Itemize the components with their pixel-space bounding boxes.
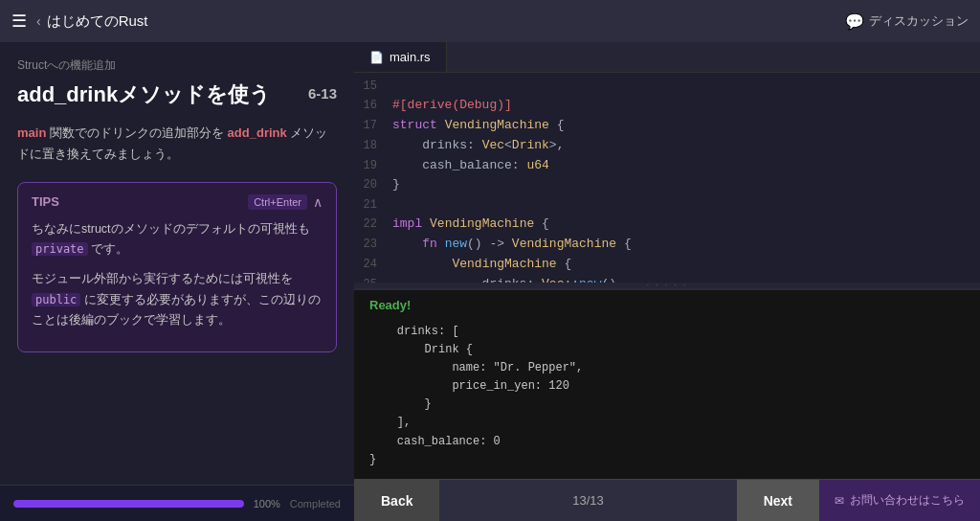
- tips-text-1: ちなみにstructのメソッドのデフォルトの可視性も: [32, 222, 310, 236]
- tips-content: ちなみにstructのメソッドのデフォルトの可視性もprivate です。 モジ…: [32, 219, 323, 330]
- output-header: Ready!: [354, 290, 980, 319]
- left-footer: 100% Completed: [0, 485, 354, 521]
- tips-paragraph-1: ちなみにstructのメソッドのデフォルトの可視性もprivate です。: [32, 219, 323, 260]
- discussion-label: ディスカッション: [869, 12, 969, 30]
- tab-main-rs[interactable]: 📄 main.rs: [354, 42, 447, 72]
- tips-code-public: public: [32, 293, 80, 306]
- tips-code-private: private: [32, 242, 88, 256]
- tips-header: TIPS Ctrl+Enter ∧: [32, 194, 323, 210]
- code-line-24: 24 VendingMachine {: [354, 255, 980, 275]
- nav-center: 13/13: [572, 493, 604, 508]
- tips-chevron-icon[interactable]: ∧: [313, 194, 323, 210]
- contact-button[interactable]: ✉ お問い合わせはこちら: [819, 480, 980, 522]
- code-line-20: 20 }: [354, 175, 980, 195]
- lesson-number: 6-13: [308, 85, 337, 102]
- tips-shortcut-key: Ctrl+Enter: [248, 194, 307, 210]
- progress-bar-fill: [13, 500, 244, 508]
- highlight-main: main: [17, 125, 46, 140]
- code-line-16: 16 #[derive(Debug)]: [354, 96, 980, 116]
- editor-tabs: 📄 main.rs: [354, 42, 980, 73]
- tips-text-1-end: です。: [88, 242, 128, 256]
- menu-icon[interactable]: ☰: [11, 11, 27, 32]
- lesson-description: main 関数でのドリンクの追加部分を add_drink メソッドに置き換えて…: [17, 123, 337, 165]
- left-panel: Structへの機能追加 add_drinkメソッドを使う 6-13 main …: [0, 42, 354, 521]
- tips-shortcut: Ctrl+Enter ∧: [248, 194, 323, 210]
- code-line-21: 21: [354, 195, 980, 215]
- tips-text-2: モジュール外部から実行するためには可視性を: [32, 272, 293, 285]
- discussion-icon: 💬: [845, 12, 864, 31]
- tips-paragraph-2: モジュール外部から実行するためには可視性をpublic に変更する必要があります…: [32, 269, 323, 330]
- code-line-23: 23 fn new() -> VendingMachine {: [354, 235, 980, 255]
- breadcrumb: Structへの機能追加: [17, 57, 337, 74]
- progress-percent: 100%: [254, 498, 280, 510]
- contact-icon: ✉: [835, 494, 844, 508]
- back-button[interactable]: Back: [354, 480, 439, 522]
- header: ☰ ‹ はじめてのRust 💬 ディスカッション: [0, 0, 980, 42]
- tab-name: main.rs: [390, 50, 431, 64]
- right-panel: 📄 main.rs 15 16 #[derive(Debug)] 17 stru…: [354, 42, 980, 521]
- lesson-title: add_drinkメソッドを使う: [17, 81, 271, 109]
- back-icon[interactable]: ‹: [36, 13, 41, 29]
- progress-bar-container: [13, 500, 244, 508]
- code-line-18: 18 drinks: Vec<Drink>,: [354, 136, 980, 156]
- progress-label: Completed: [290, 498, 341, 510]
- page-info: 13/13: [572, 493, 604, 508]
- output-status: Ready!: [369, 298, 411, 312]
- desc-text-1: 関数でのドリンクの追加部分を: [50, 125, 228, 140]
- bottom-nav: Back 13/13 Next ✉ お問い合わせはこちら: [354, 479, 980, 521]
- header-title: はじめてのRust: [47, 12, 148, 31]
- left-panel-body: Structへの機能追加 add_drinkメソッドを使う 6-13 main …: [0, 42, 354, 485]
- tips-label: TIPS: [32, 194, 59, 209]
- output-area: Ready! drinks: [ Drink { name: "Dr. Pepp…: [354, 288, 980, 480]
- contact-label: お問い合わせはこちら: [850, 492, 965, 509]
- highlight-method: add_drink: [228, 125, 287, 140]
- code-editor[interactable]: 15 16 #[derive(Debug)] 17 struct Vending…: [354, 73, 980, 283]
- tab-file-icon: 📄: [369, 51, 384, 64]
- discussion-button[interactable]: 💬 ディスカッション: [845, 12, 969, 31]
- code-line-15: 15: [354, 77, 980, 96]
- code-line-19: 19 cash_balance: u64: [354, 156, 980, 176]
- nav-right: Next ✉ お問い合わせはこちら: [737, 480, 980, 522]
- output-code: drinks: [ Drink { name: "Dr. Pepper", pr…: [354, 319, 980, 480]
- next-button[interactable]: Next: [737, 480, 819, 522]
- code-line-22: 22 impl VendingMachine {: [354, 215, 980, 235]
- tips-box: TIPS Ctrl+Enter ∧ ちなみにstructのメソッドのデフォルトの…: [17, 182, 337, 352]
- main-content: Structへの機能追加 add_drinkメソッドを使う 6-13 main …: [0, 42, 980, 521]
- code-line-17: 17 struct VendingMachine {: [354, 116, 980, 136]
